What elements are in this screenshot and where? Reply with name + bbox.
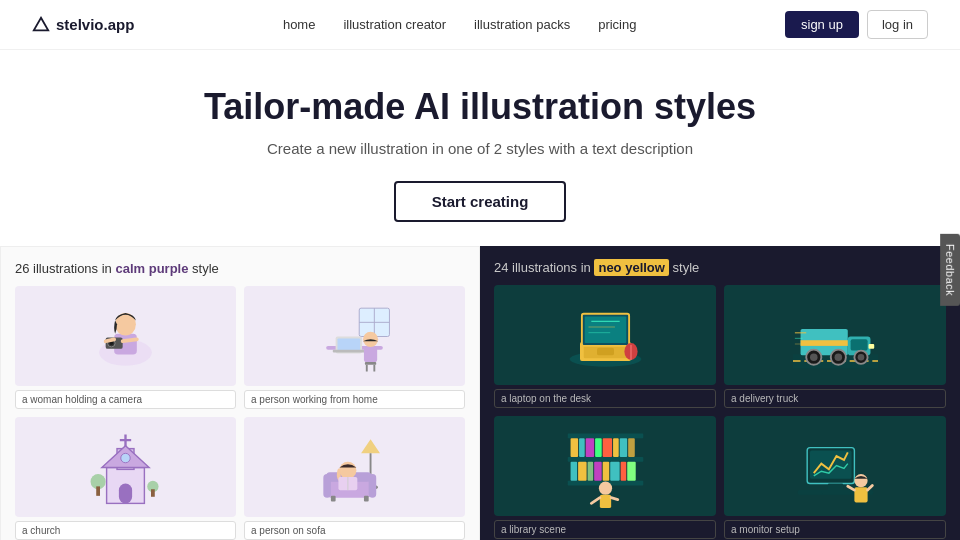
svg-point-16 <box>363 331 378 346</box>
svg-marker-0 <box>34 17 48 30</box>
svg-point-66 <box>857 353 864 360</box>
illus-caption-sofa-person: a person on sofa <box>244 521 465 540</box>
illus-item: a church <box>15 417 236 540</box>
svg-rect-97 <box>827 483 842 490</box>
illus-caption-library: a library scene <box>494 520 716 539</box>
illus-image-library <box>494 416 716 516</box>
svg-rect-80 <box>619 438 627 457</box>
svg-rect-81 <box>628 438 635 457</box>
right-illus-grid: a laptop on the desk <box>494 285 946 539</box>
svg-point-64 <box>834 353 842 361</box>
illus-item: a person on sofa <box>244 417 465 540</box>
illus-item: a delivery truck <box>724 285 946 408</box>
sofa-person-svg <box>312 425 397 510</box>
svg-rect-89 <box>627 461 636 480</box>
svg-rect-39 <box>331 495 336 501</box>
left-illus-grid: a woman holding a camera <box>15 286 465 540</box>
svg-rect-85 <box>594 461 602 480</box>
svg-rect-86 <box>602 461 609 480</box>
svg-rect-82 <box>570 461 577 480</box>
logo-text: stelvio.app <box>56 16 134 33</box>
illus-image-sofa-person <box>244 417 465 517</box>
svg-rect-83 <box>578 461 587 480</box>
hero-subtitle: Create a new illustration in one of 2 st… <box>20 140 940 157</box>
panel-calm-purple: 26 illustrations in calm purple style <box>0 246 480 540</box>
nav-links: home illustration creator illustration p… <box>283 17 637 32</box>
svg-rect-31 <box>151 489 155 497</box>
nav-pricing[interactable]: pricing <box>598 17 636 32</box>
truck-svg <box>793 293 878 378</box>
svg-line-93 <box>611 497 618 499</box>
illus-item: a woman holding a camera <box>15 286 236 409</box>
logo-icon <box>32 16 50 34</box>
illus-item: a monitor setup <box>724 416 946 539</box>
illus-item: a library scene <box>494 416 716 539</box>
illus-image-truck <box>724 285 946 385</box>
gallery-row: 26 illustrations in calm purple style <box>0 246 960 540</box>
svg-rect-72 <box>567 457 643 462</box>
svg-rect-98 <box>821 490 849 494</box>
svg-rect-71 <box>567 433 643 438</box>
camera-woman-svg <box>83 294 168 379</box>
navbar: stelvio.app home illustration creator il… <box>0 0 960 50</box>
illus-caption-laptop: a laptop on the desk <box>494 389 716 408</box>
svg-rect-15 <box>333 349 365 352</box>
illus-image-home-worker <box>244 286 465 386</box>
svg-rect-48 <box>584 316 626 342</box>
panel-right-label: 24 illustrations in neo yellow style <box>494 260 946 275</box>
signup-button[interactable]: sign up <box>785 11 859 38</box>
illus-image-laptop <box>494 285 716 385</box>
svg-rect-17 <box>364 346 377 361</box>
church-svg <box>83 425 168 510</box>
svg-line-7 <box>106 339 115 341</box>
feedback-tab[interactable]: Feedback <box>940 234 960 306</box>
start-creating-button[interactable]: Start creating <box>394 181 567 222</box>
svg-rect-38 <box>369 474 377 498</box>
svg-marker-32 <box>361 439 380 453</box>
svg-line-101 <box>847 486 854 490</box>
svg-point-27 <box>121 453 130 462</box>
logo[interactable]: stelvio.app <box>32 16 134 34</box>
panel-left-label: 26 illustrations in calm purple style <box>15 261 465 276</box>
laptop-svg <box>563 293 648 378</box>
svg-rect-77 <box>595 438 602 457</box>
style-name-right: neo yellow <box>594 259 668 276</box>
svg-rect-88 <box>620 461 626 480</box>
panel-neo-yellow: 24 illustrations in neo yellow style <box>480 246 960 540</box>
nav-illustration-creator[interactable]: illustration creator <box>343 17 446 32</box>
svg-rect-22 <box>119 483 132 503</box>
svg-rect-100 <box>854 487 867 502</box>
illus-item: a person working from home <box>244 286 465 409</box>
svg-rect-40 <box>364 495 369 501</box>
nav-actions: sign up log in <box>785 10 928 39</box>
svg-line-92 <box>591 497 600 503</box>
svg-rect-84 <box>587 461 593 480</box>
svg-point-90 <box>598 481 611 494</box>
illus-image-monitor <box>724 416 946 516</box>
svg-point-62 <box>810 353 818 361</box>
home-worker-svg <box>312 294 397 379</box>
illus-caption-home-worker: a person working from home <box>244 390 465 409</box>
svg-rect-78 <box>602 438 611 457</box>
illus-caption-truck: a delivery truck <box>724 389 946 408</box>
illus-image-camera-woman <box>15 286 236 386</box>
svg-rect-76 <box>585 438 594 457</box>
illus-caption-monitor: a monitor setup <box>724 520 946 539</box>
svg-rect-59 <box>850 339 867 350</box>
illus-image-church <box>15 417 236 517</box>
illus-caption-church: a church <box>15 521 236 540</box>
illus-item: a laptop on the desk <box>494 285 716 408</box>
hero-section: Tailor-made AI illustration styles Creat… <box>0 50 960 246</box>
svg-rect-74 <box>570 438 578 457</box>
nav-home[interactable]: home <box>283 17 316 32</box>
svg-rect-52 <box>597 347 614 355</box>
nav-illustration-packs[interactable]: illustration packs <box>474 17 570 32</box>
svg-rect-87 <box>610 461 619 480</box>
style-name-left: calm purple <box>115 261 188 276</box>
svg-rect-37 <box>323 474 331 498</box>
svg-rect-79 <box>613 438 619 457</box>
svg-rect-60 <box>800 340 847 346</box>
login-button[interactable]: log in <box>867 10 928 39</box>
monitor-svg <box>793 424 878 509</box>
svg-rect-67 <box>868 344 874 349</box>
